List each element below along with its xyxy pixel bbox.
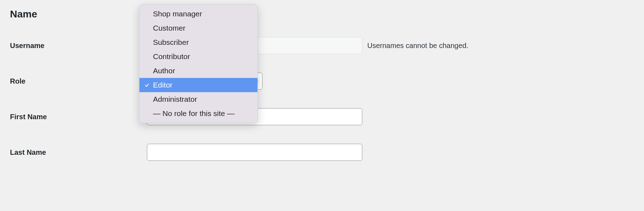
last-name-field xyxy=(147,144,362,161)
username-helper-text: Usernames cannot be changed. xyxy=(367,42,469,50)
role-option-no-role[interactable]: — No role for this site — xyxy=(139,106,257,121)
last-name-label: Last Name xyxy=(10,148,147,157)
user-profile-form: Name Username Usernames cannot be change… xyxy=(0,0,644,188)
role-option-label: Shop manager xyxy=(153,10,202,18)
role-option-customer[interactable]: Customer xyxy=(139,21,257,35)
first-name-label: First Name xyxy=(10,113,147,121)
role-option-label: Author xyxy=(153,67,175,75)
role-option-label: Editor xyxy=(153,81,173,89)
last-name-input[interactable] xyxy=(147,144,362,161)
role-label: Role xyxy=(10,77,147,85)
check-icon xyxy=(144,83,152,88)
first-name-row: First Name xyxy=(10,108,634,125)
role-row: Role Editor xyxy=(10,73,634,90)
username-label: Username xyxy=(10,42,147,50)
role-option-label: Customer xyxy=(153,24,185,32)
role-option-administrator[interactable]: Administrator xyxy=(139,92,257,106)
last-name-row: Last Name xyxy=(10,144,634,161)
section-heading-name: Name xyxy=(10,9,634,20)
role-option-label: — No role for this site — xyxy=(153,109,235,118)
role-option-label: Administrator xyxy=(153,95,197,104)
username-row: Username Usernames cannot be changed. xyxy=(10,37,634,54)
role-dropdown[interactable]: Shop manager Customer Subscriber Contrib… xyxy=(139,4,258,123)
role-option-editor[interactable]: Editor xyxy=(139,78,257,92)
role-option-contributor[interactable]: Contributor xyxy=(139,49,257,64)
role-option-label: Contributor xyxy=(153,52,190,61)
role-option-label: Subscriber xyxy=(153,38,189,47)
role-option-author[interactable]: Author xyxy=(139,64,257,78)
role-option-subscriber[interactable]: Subscriber xyxy=(139,35,257,49)
role-option-shop-manager[interactable]: Shop manager xyxy=(139,7,257,21)
